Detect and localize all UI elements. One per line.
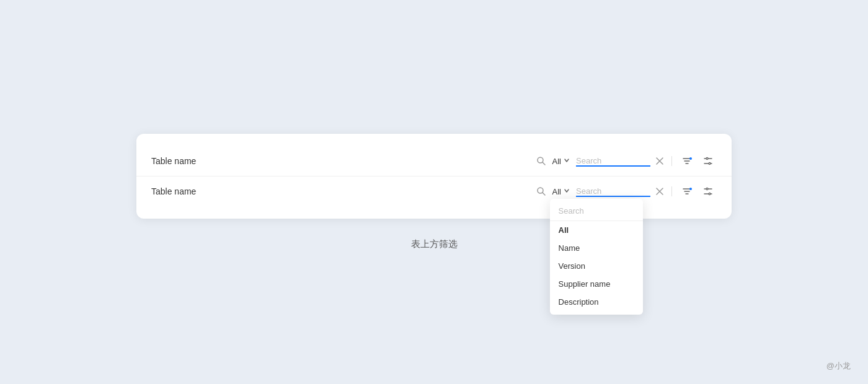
svg-point-27 xyxy=(709,193,711,195)
svg-point-24 xyxy=(706,188,708,190)
svg-point-7 xyxy=(689,157,692,160)
column-settings-button-2[interactable] xyxy=(699,184,717,199)
main-card: Table name All xyxy=(136,134,732,219)
chevron-down-icon-1 xyxy=(564,157,570,165)
category-label-1: All xyxy=(552,157,561,166)
dropdown-item-name[interactable]: Name xyxy=(550,239,643,257)
divider-2 xyxy=(671,186,672,196)
search-input-1[interactable] xyxy=(576,156,650,167)
search-icon-1 xyxy=(536,156,546,166)
column-settings-button-1[interactable] xyxy=(699,154,717,168)
svg-line-1 xyxy=(542,162,545,165)
table-name-1: Table name xyxy=(151,156,536,166)
bottom-label: 表上方筛选 xyxy=(411,238,458,250)
svg-line-15 xyxy=(542,193,545,195)
clear-button-1[interactable] xyxy=(654,157,665,165)
divider-1 xyxy=(671,156,672,166)
svg-point-10 xyxy=(706,158,708,160)
dropdown-search-label: Search xyxy=(550,203,643,221)
svg-point-21 xyxy=(689,188,692,190)
category-dropdown: Search All Name Version Supplier name De… xyxy=(550,199,643,315)
search-input-wrap-2 xyxy=(576,186,650,197)
attribution: @小龙 xyxy=(826,360,851,372)
search-icon-2 xyxy=(536,186,546,196)
search-input-2[interactable] xyxy=(576,186,650,197)
svg-point-13 xyxy=(709,163,711,165)
search-bar-2: All Search All Name Version Supplier nam… xyxy=(536,184,717,199)
toolbar-row-2: Table name All Search All xyxy=(136,177,732,206)
search-bar-1: All xyxy=(536,154,717,168)
category-select-1[interactable]: All xyxy=(550,157,572,166)
dropdown-item-supplier[interactable]: Supplier name xyxy=(550,275,643,293)
dropdown-item-description[interactable]: Description xyxy=(550,293,643,311)
clear-button-2[interactable] xyxy=(654,187,665,196)
filter-button-1[interactable] xyxy=(678,154,696,168)
chevron-down-icon-2 xyxy=(564,188,570,195)
dropdown-item-all[interactable]: All xyxy=(550,221,643,239)
category-wrap-2: All Search All Name Version Supplier nam… xyxy=(550,187,572,196)
search-input-wrap-1 xyxy=(576,156,650,167)
toolbar-row-1: Table name All xyxy=(136,146,732,177)
dropdown-item-version[interactable]: Version xyxy=(550,257,643,275)
table-name-2: Table name xyxy=(151,186,536,196)
category-select-2[interactable]: All xyxy=(550,187,572,196)
category-label-2: All xyxy=(552,187,561,196)
filter-button-2[interactable] xyxy=(678,184,696,199)
